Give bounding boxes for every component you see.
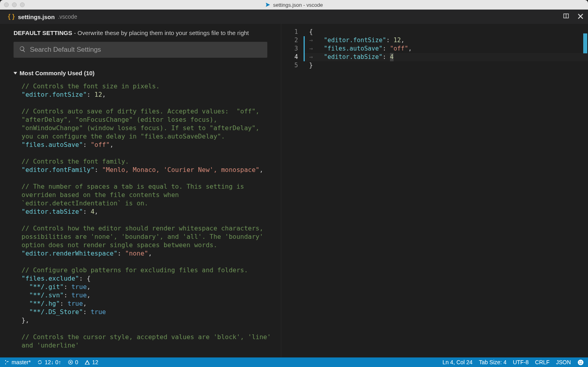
editor-line: → "files.autoSave": "off", xyxy=(309,45,588,53)
overview-ruler[interactable] xyxy=(582,24,588,357)
default-settings-line: // Controls the cursor style, accepted v… xyxy=(22,333,274,349)
line-number: 1 xyxy=(281,28,298,36)
traffic-zoom[interactable] xyxy=(20,2,25,7)
svg-point-3 xyxy=(581,361,582,362)
default-settings-line: "editor.fontFamily": "Menlo, Monaco, 'Co… xyxy=(22,166,274,174)
status-warnings[interactable]: 12 xyxy=(84,359,98,365)
default-settings-line: // Controls how the editor should render… xyxy=(22,224,274,249)
default-settings-heading: DEFAULT SETTINGS - Overwrite these by pl… xyxy=(14,29,267,36)
default-settings-code[interactable]: // Controls the font size in pixels."edi… xyxy=(0,82,281,357)
default-settings-line: // Controls the font family. xyxy=(22,157,274,166)
line-number: 3 xyxy=(281,45,298,53)
svg-point-2 xyxy=(579,361,580,362)
status-git-branch[interactable]: master* xyxy=(4,359,31,365)
default-settings-line xyxy=(22,174,274,182)
line-number: 4 xyxy=(281,53,298,61)
status-cursor-position[interactable]: Ln 4, Col 24 xyxy=(443,359,473,365)
search-icon xyxy=(19,46,26,54)
status-tab-size[interactable]: Tab Size: 4 xyxy=(479,359,506,365)
status-language[interactable]: JSON xyxy=(556,359,571,365)
traffic-close[interactable] xyxy=(4,2,9,7)
sync-icon xyxy=(37,359,43,365)
default-settings-line xyxy=(22,258,274,266)
default-settings-line: "files.autoSave": "off", xyxy=(22,141,274,149)
chevron-down-icon xyxy=(14,71,17,75)
status-feedback-icon[interactable] xyxy=(577,359,584,366)
close-editor-icon[interactable]: ✕ xyxy=(577,12,584,22)
default-settings-line: // Controls the font size in pixels. xyxy=(22,82,274,90)
default-settings-line xyxy=(22,216,274,224)
editor-tab-bar: { } settings.json .vscode ✕ xyxy=(0,10,588,24)
vscode-app-icon xyxy=(265,2,270,8)
default-settings-line xyxy=(22,324,274,333)
default-settings-line: "files.exclude": { xyxy=(22,274,274,283)
default-settings-line: }, xyxy=(22,316,274,324)
default-settings-line: "editor.tabSize": 4, xyxy=(22,207,274,216)
default-settings-line: "**/.DS_Store": true xyxy=(22,308,274,316)
warning-icon xyxy=(84,359,90,365)
default-settings-line: "**/.hg": true, xyxy=(22,299,274,308)
status-bar: master* 12↓ 0↑ 0 12 Ln 4, Col 24 Tab Siz… xyxy=(0,357,588,367)
status-eol[interactable]: CRLF xyxy=(535,359,550,365)
user-settings-editor[interactable]: 12345 {→ "editor.fontSize": 12,→ "files.… xyxy=(281,24,588,357)
section-most-commonly-used[interactable]: Most Commonly Used (10) xyxy=(0,70,281,76)
search-settings-box[interactable] xyxy=(14,42,267,58)
editor-line: } xyxy=(309,61,588,70)
editor-content[interactable]: {→ "editor.fontSize": 12,→ "files.autoSa… xyxy=(304,24,588,357)
search-input[interactable] xyxy=(30,46,262,54)
default-settings-line xyxy=(22,149,274,157)
default-settings-line: // Configure glob patterns for excluding… xyxy=(22,266,274,274)
status-errors[interactable]: 0 xyxy=(68,359,78,365)
default-settings-line xyxy=(22,99,274,107)
line-number: 5 xyxy=(281,61,298,70)
active-line-highlight xyxy=(304,53,588,61)
editor-line: → "editor.fontSize": 12, xyxy=(309,36,588,45)
default-settings-panel: DEFAULT SETTINGS - Overwrite these by pl… xyxy=(0,24,281,357)
macos-titlebar: settings.json - vscode xyxy=(0,0,588,10)
traffic-minimize[interactable] xyxy=(12,2,17,7)
tab-filename: settings.json xyxy=(18,14,55,20)
svg-point-1 xyxy=(578,359,583,365)
smiley-icon xyxy=(577,359,584,366)
default-settings-line: // Controls auto save of dirty files. Ac… xyxy=(22,107,274,141)
overview-mark-modified xyxy=(583,33,587,53)
json-braces-icon: { } xyxy=(8,13,15,20)
tab-settings-json[interactable]: { } settings.json .vscode xyxy=(4,13,81,20)
default-settings-line: // The number of spaces a tab is equal t… xyxy=(22,182,274,207)
default-settings-line: "editor.fontSize": 12, xyxy=(22,90,274,99)
tab-directory: .vscode xyxy=(58,14,77,20)
default-settings-line: "**/.svn": true, xyxy=(22,291,274,299)
status-encoding[interactable]: UTF-8 xyxy=(513,359,529,365)
window-title: settings.json - vscode xyxy=(273,2,323,8)
default-settings-line: "editor.renderWhitespace": "none", xyxy=(22,249,274,258)
split-editor-icon[interactable] xyxy=(563,12,570,21)
status-sync[interactable]: 12↓ 0↑ xyxy=(37,359,61,365)
line-number: 2 xyxy=(281,36,298,45)
section-label: Most Commonly Used (10) xyxy=(20,70,94,76)
default-settings-line: "**/.git": true, xyxy=(22,283,274,291)
line-number-gutter: 12345 xyxy=(281,24,304,357)
editor-line: { xyxy=(309,28,588,36)
error-icon xyxy=(68,359,73,365)
git-branch-icon xyxy=(4,359,10,365)
